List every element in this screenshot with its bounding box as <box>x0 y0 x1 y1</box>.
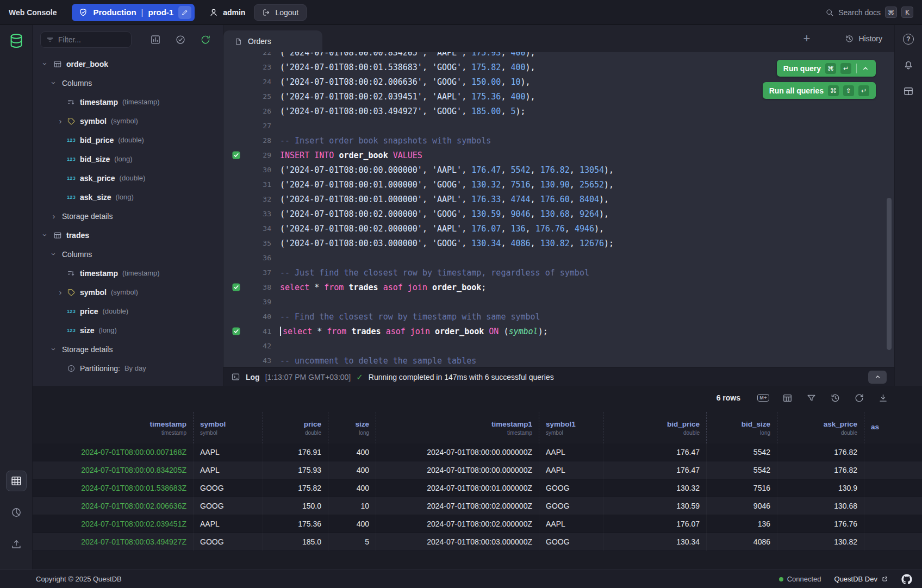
table-row[interactable]: 2024-07-01T08:00:00.834205ZAAPL175.93400… <box>33 461 922 479</box>
markdown-view-button[interactable]: M+ <box>758 392 769 403</box>
code-line-43[interactable]: 43-- uncomment to delete the sample tabl… <box>223 353 894 367</box>
cell: 2024-07-01T08:00:03.000000Z <box>376 533 539 551</box>
run-query-button[interactable]: Run query ⌘ ↵ <box>777 60 876 77</box>
history-button[interactable]: History <box>845 34 882 43</box>
download-csv-button[interactable] <box>877 392 888 403</box>
table-row[interactable]: 2024-07-01T08:00:00.007168ZAAPL176.91400… <box>33 443 922 461</box>
code-line-37[interactable]: 37-- Just find the closest row by timest… <box>223 265 894 280</box>
add-metrics-button[interactable] <box>150 34 161 45</box>
table-row[interactable]: 2024-07-01T08:00:03.494927ZGOOG185.05202… <box>33 533 922 551</box>
code-line-28[interactable]: 28-- Insert order book snapshots with sy… <box>223 133 894 148</box>
tree-item-symbol[interactable]: ›symbol(symbol) <box>33 283 223 302</box>
search-docs[interactable]: Search docs ⌘ K <box>825 7 913 18</box>
cell: 5542 <box>707 443 777 461</box>
code-line-35[interactable]: 35('2024-07-01T08:00:03.000000', 'GOOG',… <box>223 236 894 251</box>
tree-item-price[interactable]: 123price(double) <box>33 302 223 321</box>
column-header-as[interactable]: as <box>864 412 922 443</box>
code-line-34[interactable]: 34('2024-07-01T08:00:02.000000', 'AAPL',… <box>223 221 894 236</box>
code-line-33[interactable]: 33('2024-07-01T08:00:02.000000', 'GOOG',… <box>223 207 894 221</box>
refresh-data-button[interactable] <box>854 392 864 403</box>
code-line-39[interactable]: 39 <box>223 295 894 309</box>
layout-panels-button[interactable] <box>902 85 915 98</box>
tree-item-columns[interactable]: ›Columns <box>33 245 223 264</box>
run-all-queries-button[interactable]: Run all queries ⌘ ⇧ ↵ <box>763 82 876 99</box>
donut-icon <box>10 506 22 518</box>
column-type: double <box>841 430 857 436</box>
query-history-button[interactable] <box>830 392 840 403</box>
column-header-bid_price[interactable]: bid_pricedouble <box>603 412 707 443</box>
questdb-logo-icon[interactable] <box>8 33 24 49</box>
sql-editor[interactable]: 22('2024-07-01T08:00:00.834205', 'AAPL',… <box>223 52 894 367</box>
filter-input[interactable] <box>58 35 126 44</box>
code-line-38[interactable]: 38select * from trades asof join order_b… <box>223 280 894 295</box>
log-label[interactable]: Log <box>246 373 260 381</box>
results-grid[interactable]: timestamptimestampsymbolsymbolpricedoubl… <box>33 410 922 570</box>
app-title: Web Console <box>9 8 57 17</box>
validate-schema-button[interactable] <box>175 34 186 45</box>
code-line-29[interactable]: 29INSERT INTO order_book VALUES <box>223 148 894 162</box>
collapse-log-button[interactable] <box>868 371 887 384</box>
column-layout-button[interactable] <box>782 392 793 403</box>
tree-item-storage-details[interactable]: ›Storage details <box>33 207 223 226</box>
run-dropdown-chevron-icon[interactable] <box>862 65 869 72</box>
external-link-icon <box>881 576 888 583</box>
code-line-31[interactable]: 31('2024-07-01T08:00:01.000000', 'GOOG',… <box>223 177 894 192</box>
code-line-42[interactable]: 42 <box>223 339 894 353</box>
rail-grid-view-button[interactable] <box>6 471 27 491</box>
tree-item-columns[interactable]: ›Columns <box>33 73 223 92</box>
column-header-bid_size[interactable]: bid_sizelong <box>707 412 777 443</box>
rail-import-view-button[interactable] <box>6 534 27 554</box>
tree-item-bid-price[interactable]: 123bid_price(double) <box>33 130 223 149</box>
notifications-button[interactable] <box>902 59 915 72</box>
tree-item-symbol[interactable]: ›symbol(symbol) <box>33 111 223 130</box>
instance-badge[interactable]: Production | prod-1 <box>72 4 195 21</box>
tree-item-timestamp[interactable]: timestamp(timestamp) <box>33 264 223 283</box>
cmd-key-chip: ⌘ <box>825 63 836 74</box>
results-toolbar-icons: M+ <box>758 392 888 403</box>
code-line-40[interactable]: 40-- Find the closest row by timestamp w… <box>223 309 894 324</box>
version-link[interactable]: QuestDB Dev <box>834 575 888 583</box>
column-header-price[interactable]: pricedouble <box>263 412 328 443</box>
query-success-icon <box>223 283 248 291</box>
column-header-timestamp[interactable]: timestamptimestamp <box>33 412 194 443</box>
tree-item-timestamp[interactable]: timestamp(timestamp) <box>33 92 223 111</box>
edit-instance-button[interactable] <box>178 6 191 19</box>
table-row[interactable]: 2024-07-01T08:00:02.006636ZGOOG150.01020… <box>33 497 922 515</box>
tree-item-size[interactable]: 123size(long) <box>33 321 223 340</box>
code-line-27[interactable]: 27 <box>223 118 894 133</box>
tree-item-label: order_book <box>66 60 108 68</box>
editor-scrollbar[interactable] <box>887 198 892 350</box>
filter-input-wrap[interactable] <box>40 32 132 48</box>
code-line-32[interactable]: 32('2024-07-01T08:00:01.000000', 'AAPL',… <box>223 192 894 207</box>
rail-chart-view-button[interactable] <box>6 502 27 523</box>
tree-item-ask-size[interactable]: 123ask_size(long) <box>33 187 223 207</box>
tree-item-order-book[interactable]: ›order_book <box>33 54 223 73</box>
column-header-symbol[interactable]: symbolsymbol <box>194 412 263 443</box>
user-menu[interactable]: admin <box>209 8 245 17</box>
add-tab-icon[interactable]: + <box>799 33 815 45</box>
github-icon[interactable] <box>901 574 912 585</box>
tree-item-ask-price[interactable]: 123ask_price(double) <box>33 168 223 187</box>
tree-item-bid-size[interactable]: 123bid_size(long) <box>33 149 223 168</box>
tree-item-partitioning[interactable]: Partitioning:By day <box>33 359 223 378</box>
column-header-timestamp1[interactable]: timestamp1timestamp <box>376 412 539 443</box>
reload-schema-button[interactable] <box>200 34 211 45</box>
tree-item-type: (long) <box>116 193 134 201</box>
logout-button[interactable]: Logout <box>254 4 307 21</box>
line-number: 38 <box>248 283 271 291</box>
tree-item-trades[interactable]: ›trades <box>33 226 223 245</box>
code-line-26[interactable]: 26('2024-07-01T08:00:03.494927', 'GOOG',… <box>223 104 894 118</box>
table-row[interactable]: 2024-07-01T08:00:02.039451ZAAPL175.36400… <box>33 515 922 533</box>
code-line-36[interactable]: 36 <box>223 251 894 265</box>
code-line-22[interactable]: 22('2024-07-01T08:00:00.834205', 'AAPL',… <box>223 52 894 60</box>
column-header-size[interactable]: sizelong <box>328 412 376 443</box>
column-header-ask_price[interactable]: ask_pricedouble <box>777 412 864 443</box>
column-header-symbol1[interactable]: symbol1symbol <box>539 412 603 443</box>
code-line-41[interactable]: 41select * from trades asof join order_b… <box>223 324 894 339</box>
table-row[interactable]: 2024-07-01T08:00:01.538683ZGOOG175.82400… <box>33 479 922 497</box>
tab-orders[interactable]: Orders <box>223 30 322 52</box>
code-line-30[interactable]: 30('2024-07-01T08:00:00.000000', 'AAPL',… <box>223 162 894 177</box>
help-button[interactable]: ? <box>902 33 915 46</box>
tree-item-storage-details[interactable]: ›Storage details <box>33 340 223 359</box>
data-funnel-button[interactable] <box>806 392 817 403</box>
